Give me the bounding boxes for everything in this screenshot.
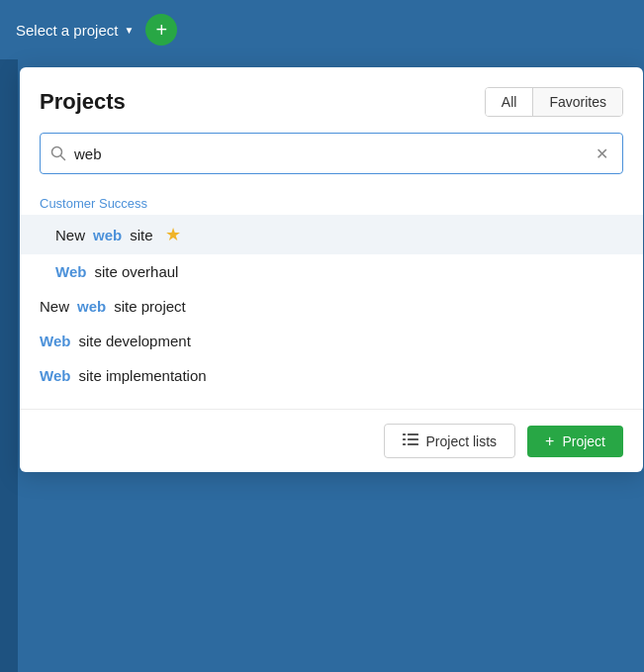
item-text-after: site overhaul: [94, 263, 178, 280]
item-match: web: [93, 227, 122, 243]
item-text-after: site implementation: [78, 367, 206, 384]
result-item[interactable]: Website implementation: [20, 358, 643, 393]
svg-rect-5: [408, 438, 418, 440]
item-match: Web: [40, 367, 70, 384]
item-text-after: site development: [78, 333, 190, 349]
panel-footer: Project lists + Project: [20, 409, 643, 472]
select-project-label: Select a project: [16, 22, 118, 39]
tab-all[interactable]: All: [486, 88, 534, 116]
svg-rect-6: [403, 443, 406, 445]
tab-favorites[interactable]: Favorites: [533, 88, 622, 116]
list-icon: [403, 432, 418, 449]
panel-title: Projects: [40, 89, 126, 115]
project-lists-button[interactable]: Project lists: [384, 424, 516, 458]
favorite-star-icon: ★: [165, 224, 181, 245]
item-match: Web: [40, 333, 70, 349]
results-list: Customer Success New website ★ Website o…: [20, 190, 643, 401]
group-label: Customer Success: [20, 190, 643, 215]
item-match: web: [77, 298, 106, 315]
header-bar: Select a project ▼ +: [0, 0, 644, 59]
plus-icon: +: [545, 433, 554, 449]
search-container: ✕: [40, 133, 623, 174]
svg-rect-4: [403, 438, 406, 440]
panel-header: Projects All Favorites: [20, 67, 643, 133]
project-dropdown-panel: Projects All Favorites ✕ Customer Succes…: [20, 67, 643, 472]
add-project-header-button[interactable]: +: [145, 14, 177, 46]
search-clear-button[interactable]: ✕: [592, 143, 612, 165]
item-text-before: New: [55, 227, 85, 243]
project-lists-label: Project lists: [426, 433, 498, 449]
item-match: Web: [55, 263, 86, 280]
sidebar-peek: [0, 59, 18, 672]
search-icon: [50, 145, 66, 161]
add-project-label: Project: [562, 433, 605, 449]
item-text-before: New: [40, 298, 69, 315]
svg-rect-3: [408, 433, 418, 435]
item-text-after: site project: [114, 298, 186, 315]
svg-rect-7: [408, 443, 418, 445]
svg-line-1: [61, 156, 65, 160]
result-item[interactable]: Website development: [20, 324, 643, 358]
select-project-button[interactable]: Select a project ▼: [16, 22, 134, 39]
result-item[interactable]: New website project: [20, 289, 643, 324]
result-item[interactable]: New website ★: [20, 215, 643, 254]
plus-icon: +: [155, 20, 167, 40]
tab-group: All Favorites: [485, 87, 623, 117]
search-input[interactable]: [74, 145, 592, 162]
item-text-after: site: [130, 227, 152, 243]
result-item[interactable]: Website overhaul: [20, 254, 643, 289]
chevron-down-icon: ▼: [124, 25, 134, 36]
add-new-project-button[interactable]: + Project: [527, 426, 623, 457]
svg-rect-2: [403, 433, 406, 435]
